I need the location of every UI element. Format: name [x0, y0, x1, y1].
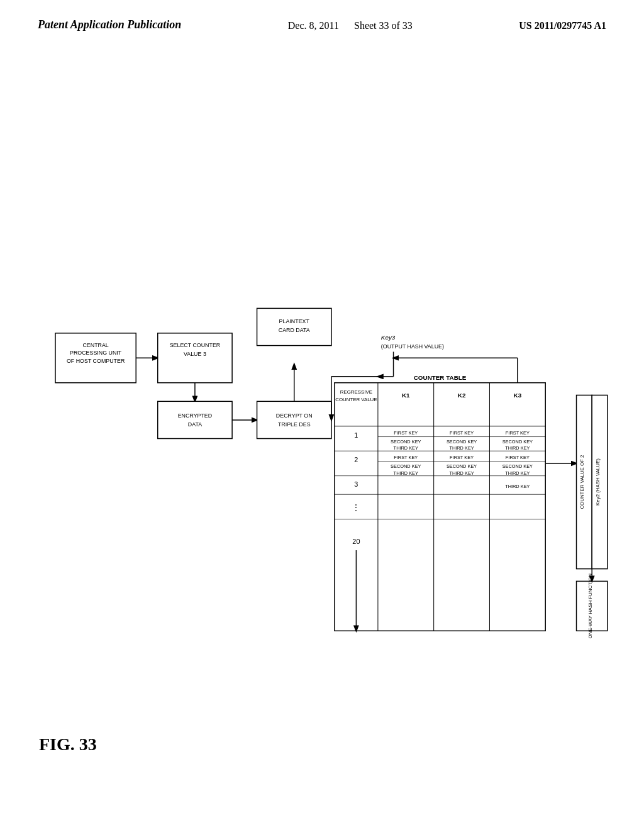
page-header: Patent Application Publication Dec. 8, 2…: [0, 0, 644, 32]
date-label: Dec. 8, 2011: [288, 20, 339, 31]
svg-text:SECOND KEY: SECOND KEY: [502, 439, 533, 445]
svg-text:THIRD KEY: THIRD KEY: [449, 470, 474, 476]
svg-rect-5: [158, 333, 232, 383]
svg-text:20: 20: [352, 538, 360, 545]
svg-rect-13: [257, 401, 331, 438]
svg-text:THIRD KEY: THIRD KEY: [505, 445, 530, 451]
svg-text:CENTRAL: CENTRAL: [82, 342, 108, 348]
svg-text:SECOND KEY: SECOND KEY: [391, 439, 421, 445]
svg-text:DECRYPT ON: DECRYPT ON: [276, 412, 313, 419]
header-center: Dec. 8, 2011 Sheet 33 of 33: [288, 18, 413, 31]
svg-text:REGRESSIVE: REGRESSIVE: [340, 389, 372, 395]
svg-text:VALUE 3: VALUE 3: [184, 351, 206, 357]
diagram-area: CENTRAL PROCESSING UNIT OF HOST COMPUTER…: [38, 97, 619, 780]
svg-text:FIRST KEY: FIRST KEY: [394, 430, 418, 436]
svg-text:FIRST KEY: FIRST KEY: [506, 430, 530, 436]
svg-text:FIRST KEY: FIRST KEY: [450, 430, 474, 436]
svg-text:(OUTPUT HASH VALUE): (OUTPUT HASH VALUE): [381, 343, 444, 350]
publication-label: Patent Application Publication: [38, 18, 181, 32]
patent-number: US 2011/0297745 A1: [519, 18, 606, 31]
svg-text:TRIPLE DES: TRIPLE DES: [278, 421, 311, 428]
svg-text:DATA: DATA: [188, 421, 202, 428]
svg-text:K3: K3: [514, 392, 522, 399]
svg-text:COUNTER VALUE OF 2: COUNTER VALUE OF 2: [579, 455, 585, 509]
svg-text:THIRD KEY: THIRD KEY: [505, 484, 530, 489]
svg-text:SECOND KEY: SECOND KEY: [502, 463, 533, 469]
svg-text:SECOND KEY: SECOND KEY: [391, 463, 421, 469]
svg-text:2: 2: [354, 456, 358, 463]
svg-text:3: 3: [354, 480, 358, 488]
svg-text:COUNTER TABLE: COUNTER TABLE: [414, 374, 467, 381]
svg-text:FIRST KEY: FIRST KEY: [394, 455, 418, 460]
svg-text:THIRD KEY: THIRD KEY: [394, 445, 418, 451]
svg-text:SECOND KEY: SECOND KEY: [447, 463, 477, 469]
svg-text:COUNTER VALUE: COUNTER VALUE: [335, 397, 377, 402]
svg-text:Key2 (HASH VALUE): Key2 (HASH VALUE): [595, 458, 601, 506]
sheet-label: Sheet 33 of 33: [354, 20, 413, 31]
svg-text:THIRD KEY: THIRD KEY: [449, 445, 474, 451]
svg-text:⋮: ⋮: [352, 503, 360, 512]
svg-text:THIRD KEY: THIRD KEY: [505, 470, 530, 476]
svg-text:K2: K2: [458, 392, 466, 399]
svg-text:K1: K1: [402, 392, 410, 399]
svg-text:ENCRYPTED: ENCRYPTED: [178, 412, 212, 419]
svg-text:FIRST KEY: FIRST KEY: [450, 455, 474, 460]
svg-text:SECOND KEY: SECOND KEY: [447, 439, 477, 445]
svg-text:CARD DATA: CARD DATA: [279, 327, 310, 333]
svg-text:THIRD KEY: THIRD KEY: [394, 470, 418, 476]
svg-text:PLAINTEXT: PLAINTEXT: [279, 318, 310, 324]
svg-text:FIRST KEY: FIRST KEY: [506, 455, 530, 460]
svg-text:1: 1: [354, 431, 358, 439]
svg-text:Key3: Key3: [381, 334, 396, 341]
svg-text:PROCESSING UNIT: PROCESSING UNIT: [70, 350, 122, 356]
svg-rect-9: [158, 401, 232, 438]
diagram-svg: CENTRAL PROCESSING UNIT OF HOST COMPUTER…: [38, 97, 619, 780]
svg-rect-26: [335, 383, 545, 631]
svg-text:SELECT COUNTER: SELECT COUNTER: [170, 342, 221, 348]
svg-text:OF HOST COMPUTER: OF HOST COMPUTER: [67, 358, 125, 364]
svg-text:ONE-WAY HASH FUNCTION: ONE-WAY HASH FUNCTION: [587, 573, 593, 639]
